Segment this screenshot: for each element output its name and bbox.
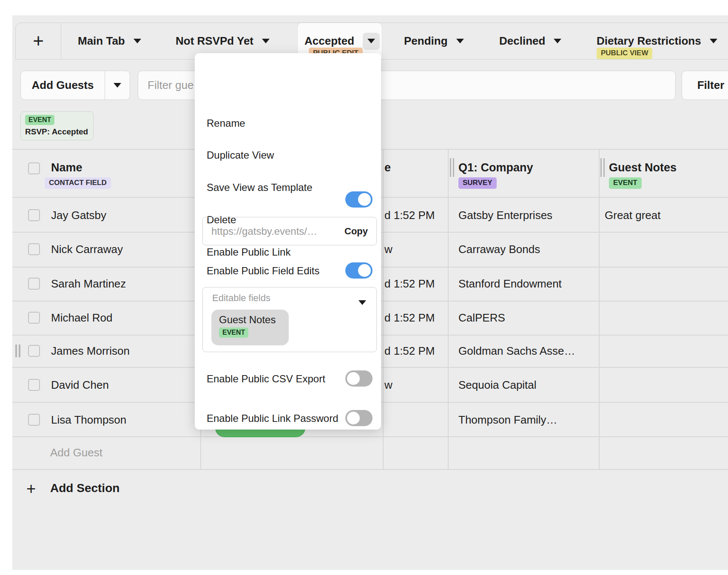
plus-icon: + (33, 31, 44, 50)
column-drag-handle-icon[interactable] (450, 158, 454, 177)
chevron-down-icon[interactable] (134, 39, 141, 43)
enable-public-link-password-label: Enable Public Link Password (207, 413, 338, 424)
row-checkbox[interactable] (28, 379, 40, 391)
add-view-tab-button[interactable]: + (16, 23, 61, 59)
company-cell[interactable]: Carraway Bonds (458, 243, 540, 256)
add-guests-label: Add Guests (21, 79, 105, 92)
add-guests-dropdown-button[interactable] (105, 71, 130, 100)
public-link-url-box[interactable]: https://gatsby.events/… Copy (202, 217, 377, 245)
tab-label: Pending (404, 34, 448, 48)
tab-menu-button[interactable] (363, 33, 380, 50)
menu-item-save-view-as-template[interactable]: Save View as Template (207, 182, 313, 194)
public-view-badge: PUBLIC VIEW (597, 48, 652, 59)
chevron-down-icon[interactable] (456, 39, 464, 43)
row-checkbox[interactable] (28, 345, 40, 357)
enable-public-field-edits-label: Enable Public Field Edits (207, 265, 319, 277)
company-cell[interactable]: Stanford Endowment (458, 277, 562, 290)
public-link-url: https://gatsby.events/… (211, 225, 344, 237)
chevron-down-icon (367, 39, 375, 43)
toggle-knob (347, 412, 360, 424)
row-drag-handle-icon[interactable] (15, 344, 20, 357)
row-checkbox[interactable] (28, 312, 40, 324)
survey-badge: SURVEY (458, 177, 497, 189)
event-badge: EVENT (25, 115, 54, 125)
row-checkbox[interactable] (28, 414, 40, 426)
chevron-down-icon[interactable] (710, 39, 717, 43)
chevron-down-icon[interactable] (358, 300, 366, 305)
guest-name[interactable]: Jay Gatsby (51, 209, 106, 222)
contact-field-badge: CONTACT FIELD (45, 177, 111, 189)
grid-line (12, 469, 728, 470)
grid-line (448, 149, 449, 469)
editable-field-chip[interactable]: Guest Notes EVENT (211, 310, 289, 345)
guest-name[interactable]: Sarah Martinez (51, 277, 126, 290)
rsvp-date-cell[interactable]: d 1:52 PM (384, 311, 435, 325)
chip-field-name: Guest Notes (219, 314, 289, 326)
company-cell[interactable]: Sequoia Capital (458, 379, 537, 392)
row-checkbox[interactable] (28, 243, 40, 255)
event-badge: EVENT (609, 177, 642, 189)
company-cell[interactable]: Goldman Sachs Asse… (458, 344, 575, 358)
copy-link-button[interactable]: Copy (344, 226, 368, 237)
view-options-menu: Rename Duplicate View Save View as Templ… (195, 53, 381, 430)
filter-chip-text: RSVP: Accepted (25, 127, 89, 137)
rsvp-date-cell[interactable]: w (384, 243, 392, 256)
grid-line (599, 149, 600, 469)
tab-label: Main Tab (78, 34, 125, 48)
toggle-knob (358, 264, 371, 277)
rsvp-date-cell[interactable]: d 1:52 PM (384, 277, 435, 290)
chevron-down-icon (114, 83, 121, 88)
editable-fields-select[interactable]: Editable fields Guest Notes EVENT (202, 287, 377, 352)
enable-public-link-toggle[interactable] (345, 191, 373, 208)
filter-input-placeholder: Filter gue (148, 79, 193, 92)
rsvp-date-cell[interactable]: d 1:52 PM (384, 344, 435, 358)
company-cell[interactable]: CalPERS (458, 311, 505, 325)
chevron-down-icon[interactable] (554, 39, 561, 43)
active-filter-chip[interactable]: EVENT RSVP: Accepted (20, 111, 94, 140)
menu-item-duplicate-view[interactable]: Duplicate View (207, 149, 274, 161)
filter-button[interactable]: Filter (682, 71, 728, 100)
plus-icon: + (26, 480, 36, 498)
app-window: + Main Tab Not RSVPd Yet Accepted PUBLIC… (0, 0, 728, 575)
guest-name[interactable]: David Chen (51, 379, 109, 392)
column-header-name: Name (51, 161, 82, 174)
tab-main-tab[interactable]: Main Tab (78, 23, 141, 60)
enable-public-link-password-toggle[interactable] (345, 410, 373, 426)
editable-fields-label: Editable fields (212, 293, 270, 304)
filter-button-label: Filter (697, 79, 725, 92)
event-badge: EVENT (219, 327, 248, 338)
grid-line (12, 436, 728, 437)
tab-label: Not RSVPd Yet (176, 34, 253, 48)
guest-name[interactable]: Lisa Thompson (51, 413, 126, 427)
tab-label: Accepted (304, 34, 354, 48)
enable-public-field-edits-toggle[interactable] (345, 262, 373, 279)
guest-name[interactable]: Nick Carraway (51, 243, 123, 256)
rsvp-date-cell[interactable]: d 1:52 PM (384, 209, 435, 222)
add-section-button[interactable]: Add Section (50, 481, 119, 495)
company-cell[interactable]: Thompson Family… (458, 413, 557, 427)
enable-public-csv-export-label: Enable Public CSV Export (207, 373, 325, 385)
tab-label: Declined (499, 34, 545, 48)
enable-public-link-label: Enable Public Link (207, 246, 290, 258)
guest-notes-cell[interactable]: Great great (605, 209, 661, 222)
enable-public-csv-export-toggle[interactable] (345, 370, 373, 387)
toggle-knob (358, 193, 371, 206)
tab-pending[interactable]: Pending (404, 23, 464, 60)
add-guests-button[interactable]: Add Guests (20, 71, 130, 100)
select-all-checkbox[interactable] (28, 162, 40, 174)
row-checkbox[interactable] (28, 278, 40, 290)
guest-name[interactable]: James Morrison (51, 344, 130, 358)
add-guest-row[interactable]: Add Guest (50, 446, 102, 459)
company-cell[interactable]: Gatsby Enterprises (458, 209, 552, 222)
grid-line (383, 149, 384, 469)
column-header-company: Q1: Company (458, 161, 533, 174)
toggle-knob (347, 372, 360, 385)
tab-declined[interactable]: Declined (499, 23, 561, 60)
column-drag-handle-icon[interactable] (600, 158, 605, 177)
chevron-down-icon[interactable] (262, 39, 270, 43)
guest-name[interactable]: Michael Rod (51, 311, 113, 325)
menu-item-rename[interactable]: Rename (207, 117, 245, 129)
rsvp-date-cell[interactable]: w (384, 379, 392, 392)
row-checkbox[interactable] (28, 209, 40, 221)
column-header-guest-notes: Guest Notes (609, 161, 677, 174)
